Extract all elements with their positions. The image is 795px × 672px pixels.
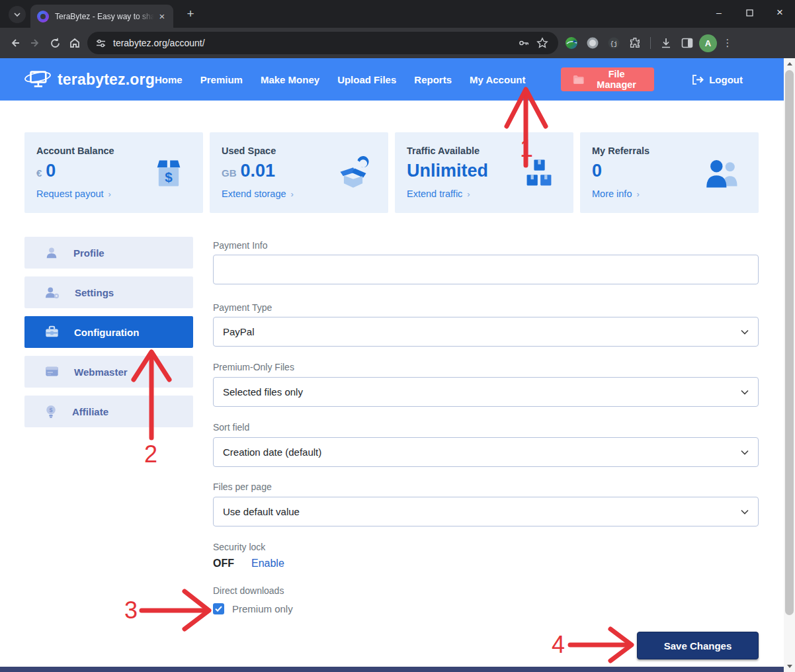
url-text[interactable]: terabytez.org/account/ xyxy=(113,38,515,48)
tab-title: TeraBytez - Easy way to share y xyxy=(55,12,154,21)
site-settings-icon xyxy=(95,38,106,49)
triangle-up-icon xyxy=(787,62,792,65)
chevron-down-icon xyxy=(741,509,749,515)
nav-make-money[interactable]: Make Money xyxy=(261,74,319,85)
logout-label: Logout xyxy=(709,74,743,85)
file-manager-button[interactable]: File Manager xyxy=(561,67,654,91)
payment-type-select[interactable]: PayPal xyxy=(213,317,759,347)
sort-field-select[interactable]: Creation date (default) xyxy=(213,437,759,467)
sidebar-label: Profile xyxy=(73,247,105,259)
profile-avatar[interactable]: A xyxy=(699,34,717,52)
card-my-referrals: My Referrals 0 More info› xyxy=(580,132,759,213)
extension-circle-icon[interactable] xyxy=(583,34,602,52)
premium-only-files-select[interactable]: Selected files only xyxy=(213,377,759,407)
premium-only-row: Premium only xyxy=(213,603,293,614)
downloads-icon[interactable] xyxy=(657,34,675,52)
page-scrollbar[interactable] xyxy=(784,58,795,672)
terabytez-logo-icon xyxy=(24,68,52,91)
sidebar-label: Settings xyxy=(75,287,114,298)
toolbox-icon xyxy=(44,325,60,339)
maximize-button[interactable] xyxy=(734,0,765,25)
bulb-dollar-icon: $ xyxy=(44,404,58,419)
file-manager-label: File Manager xyxy=(591,69,642,90)
premium-only-checkbox[interactable] xyxy=(213,603,224,614)
nav-home[interactable]: Home xyxy=(155,74,183,85)
site-header: terabytez.org Home Premium Make Money Up… xyxy=(0,58,784,101)
web-page: terabytez.org Home Premium Make Money Up… xyxy=(0,58,784,672)
nav-my-account[interactable]: My Account xyxy=(470,74,525,85)
nav-reports[interactable]: Reports xyxy=(414,74,452,85)
extensions-puzzle-icon[interactable] xyxy=(626,34,644,52)
back-icon xyxy=(9,37,21,49)
security-lock-label: Security lock xyxy=(213,542,265,552)
tab-close-icon[interactable]: × xyxy=(156,11,168,22)
check-icon xyxy=(215,606,222,612)
card-title: Account Balance xyxy=(36,146,190,156)
triangle-down-icon xyxy=(787,665,792,668)
idm-extension-icon[interactable] xyxy=(562,34,581,52)
chevron-right-icon: › xyxy=(467,189,470,199)
card-account-balance: Account Balance €0 Request payout› $ xyxy=(24,132,203,213)
browser-tab[interactable]: TeraBytez - Easy way to share y × xyxy=(30,5,173,28)
toolbar-divider xyxy=(650,37,651,49)
home-button[interactable] xyxy=(65,33,85,53)
password-key-icon[interactable] xyxy=(515,34,533,52)
nav-upload-files[interactable]: Upload Files xyxy=(337,74,396,85)
sidebar-item-configuration[interactable]: Configuration xyxy=(24,316,193,348)
logout-button[interactable]: Logout xyxy=(691,74,743,85)
new-tab-button[interactable]: + xyxy=(183,6,198,22)
sidebar-item-affiliate[interactable]: $ Affiliate xyxy=(24,396,193,427)
folder-icon xyxy=(573,74,585,85)
minimize-button[interactable]: – xyxy=(704,0,734,25)
stat-cards: Account Balance €0 Request payout› $ Use… xyxy=(24,132,759,213)
extensions-area: {j A ⋮ xyxy=(562,34,735,52)
json-extension-icon[interactable]: {j xyxy=(605,34,623,52)
sidebar-item-settings[interactable]: Settings xyxy=(24,276,193,308)
sidebar-item-webmaster[interactable]: Webmaster xyxy=(24,356,193,388)
chevron-down-icon xyxy=(741,390,749,395)
home-icon xyxy=(69,37,81,49)
user-gear-icon xyxy=(44,285,60,300)
save-changes-button[interactable]: Save Changes xyxy=(637,632,759,659)
boxes-icon xyxy=(522,156,556,193)
browser-toolbar: terabytez.org/account/ {j xyxy=(0,28,795,58)
tab-strip: TeraBytez - Easy way to share y × + – × xyxy=(0,0,795,28)
sidebar-item-profile[interactable]: Profile xyxy=(24,237,193,269)
sidebar-label: Affiliate xyxy=(72,406,108,417)
payment-info-input[interactable] xyxy=(213,255,759,284)
forward-button[interactable] xyxy=(25,33,45,53)
reload-button[interactable] xyxy=(45,33,65,53)
svg-text:$: $ xyxy=(49,407,52,413)
traffic-value: Unlimited xyxy=(407,162,488,180)
window-controls: – × xyxy=(704,0,795,25)
scroll-down-button[interactable] xyxy=(784,661,795,672)
account-sidebar: Profile Settings Configuration Webmaster… xyxy=(24,237,193,427)
premium-only-files-label: Premium-Only Files xyxy=(213,362,294,372)
site-favicon xyxy=(37,11,49,22)
scroll-up-button[interactable] xyxy=(784,58,795,69)
svg-text:{j: {j xyxy=(610,41,618,48)
money-box-icon: $ xyxy=(151,156,186,193)
tab-search-button[interactable] xyxy=(9,6,26,23)
payment-info-label: Payment Info xyxy=(213,240,268,251)
side-panel-icon[interactable] xyxy=(678,34,696,52)
card-title: Traffic Available xyxy=(407,146,560,156)
close-window-button[interactable]: × xyxy=(765,0,795,25)
open-box-icon xyxy=(335,156,371,193)
files-per-page-select[interactable]: Use default value xyxy=(213,497,759,526)
back-button[interactable] xyxy=(5,33,25,53)
user-icon xyxy=(44,245,59,260)
browser-menu-icon[interactable]: ⋮ xyxy=(720,37,735,49)
site-logo[interactable]: terabytez.org xyxy=(24,68,155,91)
scrollbar-thumb[interactable] xyxy=(785,70,794,615)
balance-value: 0 xyxy=(46,162,56,180)
chevron-right-icon: › xyxy=(108,189,111,199)
bookmark-star-icon[interactable] xyxy=(533,34,552,52)
enable-link[interactable]: Enable xyxy=(251,558,284,569)
sidebar-label: Configuration xyxy=(74,327,139,338)
address-bar[interactable]: terabytez.org/account/ xyxy=(87,32,558,54)
nav-premium[interactable]: Premium xyxy=(200,74,243,85)
card-traffic-available: Traffic Available Unlimited Extend traff… xyxy=(395,132,573,213)
browser-window-icon xyxy=(44,364,60,379)
forward-icon xyxy=(29,37,41,49)
